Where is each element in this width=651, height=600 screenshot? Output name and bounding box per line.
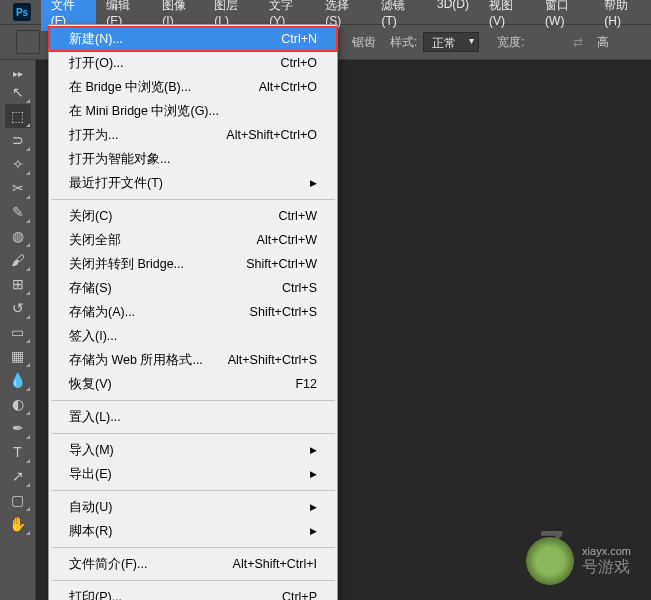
menu-item-label: 签入(I)...	[69, 327, 117, 345]
menu-item-shortcut: Alt+Shift+Ctrl+S	[228, 351, 317, 369]
menu-item[interactable]: 恢复(V)F12	[49, 372, 337, 396]
shape-tool[interactable]: ▢	[5, 488, 31, 512]
submenu-arrow-icon: ▶	[310, 465, 317, 483]
menu-item-label: 存储为 Web 所用格式...	[69, 351, 203, 369]
wand-tool[interactable]: ✧	[5, 152, 31, 176]
pen-tool[interactable]: ✒	[5, 416, 31, 440]
menu-item[interactable]: 存储为(A)...Shift+Ctrl+S	[49, 300, 337, 324]
watermark: xiayx.com 号游戏	[526, 537, 631, 585]
menu-item[interactable]: 置入(L)...	[49, 405, 337, 429]
menu-item[interactable]: 在 Bridge 中浏览(B)...Alt+Ctrl+O	[49, 75, 337, 99]
menu-separator	[51, 400, 335, 401]
submenu-arrow-icon: ▶	[310, 441, 317, 459]
blur-tool[interactable]: 💧	[5, 368, 31, 392]
menu-item-shortcut: Ctrl+W	[278, 207, 317, 225]
menu-item[interactable]: 打印(P)...Ctrl+P	[49, 585, 337, 600]
menu-item-shortcut: Shift+Ctrl+S	[250, 303, 317, 321]
menu-item[interactable]: 导入(M)▶	[49, 438, 337, 462]
menu-item-label: 在 Mini Bridge 中浏览(G)...	[69, 102, 219, 120]
menu-separator	[51, 580, 335, 581]
menu-item[interactable]: 打开为...Alt+Shift+Ctrl+O	[49, 123, 337, 147]
menu-item-label: 关闭(C)	[69, 207, 112, 225]
dodge-tool[interactable]: ◐	[5, 392, 31, 416]
antialias-text: 锯齿	[352, 34, 376, 51]
move-tool[interactable]: ↖	[5, 80, 31, 104]
menu-item[interactable]: 打开(O)...Ctrl+O	[49, 51, 337, 75]
menu-item[interactable]: 关闭(C)Ctrl+W	[49, 204, 337, 228]
menu-item[interactable]: 关闭全部Alt+Ctrl+W	[49, 228, 337, 252]
menu-item-label: 关闭全部	[69, 231, 121, 249]
eyedropper-tool[interactable]: ✎	[5, 200, 31, 224]
menu-separator	[51, 433, 335, 434]
menu-窗口[interactable]: 窗口(W)	[535, 0, 594, 31]
menu-item-shortcut: Alt+Shift+Ctrl+I	[233, 555, 317, 573]
eraser-tool[interactable]: ▭	[5, 320, 31, 344]
menu-item-label: 恢复(V)	[69, 375, 112, 393]
menu-item[interactable]: 自动(U)▶	[49, 495, 337, 519]
tools-panel: ▸▸ ↖⬚⊃✧✂✎◍🖌⊞↺▭▦💧◐✒T↗▢✋	[0, 60, 36, 600]
menu-item-label: 最近打开文件(T)	[69, 174, 163, 192]
style-select[interactable]: 正常	[423, 32, 479, 52]
menu-item-label: 打开为智能对象...	[69, 150, 170, 168]
menu-item[interactable]: 脚本(R)▶	[49, 519, 337, 543]
menu-separator	[51, 199, 335, 200]
menubar: Ps 文件(F)编辑(E)图像(I)图层(L)文字(Y)选择(S)滤镜(T)3D…	[0, 0, 651, 24]
menu-item[interactable]: 签入(I)...	[49, 324, 337, 348]
menu-item-label: 打开为...	[69, 126, 118, 144]
menu-item[interactable]: 最近打开文件(T)▶	[49, 171, 337, 195]
menu-item[interactable]: 导出(E)▶	[49, 462, 337, 486]
watermark-logo-icon	[526, 537, 574, 585]
menu-item-shortcut: Ctrl+N	[281, 30, 317, 48]
path-tool[interactable]: ↗	[5, 464, 31, 488]
menu-item-label: 导出(E)	[69, 465, 112, 483]
menu-item-label: 关闭并转到 Bridge...	[69, 255, 184, 273]
file-menu-dropdown: 新建(N)...Ctrl+N打开(O)...Ctrl+O在 Bridge 中浏览…	[48, 24, 338, 600]
submenu-arrow-icon: ▶	[310, 498, 317, 516]
tool-preset-icon[interactable]	[16, 30, 40, 54]
menu-item[interactable]: 存储为 Web 所用格式...Alt+Shift+Ctrl+S	[49, 348, 337, 372]
expand-tools-icon[interactable]: ▸▸	[5, 66, 31, 80]
menu-item[interactable]: 打开为智能对象...	[49, 147, 337, 171]
menu-item-label: 导入(M)	[69, 441, 114, 459]
menu-item-shortcut: F12	[295, 375, 317, 393]
menu-item-label: 置入(L)...	[69, 408, 121, 426]
menu-滤镜[interactable]: 滤镜(T)	[371, 0, 427, 31]
brush-tool[interactable]: 🖌	[5, 248, 31, 272]
crop-tool[interactable]: ✂	[5, 176, 31, 200]
menu-item-shortcut: Alt+Shift+Ctrl+O	[226, 126, 317, 144]
menu-item[interactable]: 存储(S)Ctrl+S	[49, 276, 337, 300]
menu-帮助[interactable]: 帮助(H)	[594, 0, 651, 31]
lasso-tool[interactable]: ⊃	[5, 128, 31, 152]
menu-视图[interactable]: 视图(V)	[479, 0, 535, 31]
menu-item[interactable]: 文件简介(F)...Alt+Shift+Ctrl+I	[49, 552, 337, 576]
stamp-tool[interactable]: ⊞	[5, 272, 31, 296]
menu-item-label: 文件简介(F)...	[69, 555, 147, 573]
menu-item-shortcut: Alt+Ctrl+O	[259, 78, 317, 96]
menu-item-label: 脚本(R)	[69, 522, 112, 540]
menu-3d[interactable]: 3D(D)	[427, 0, 479, 31]
watermark-text: 号游戏	[582, 557, 631, 578]
menu-item[interactable]: 新建(N)...Ctrl+N	[49, 27, 337, 51]
menu-item-label: 自动(U)	[69, 498, 112, 516]
menu-item-label: 存储为(A)...	[69, 303, 135, 321]
menu-item-shortcut: Ctrl+O	[281, 54, 317, 72]
history-tool[interactable]: ↺	[5, 296, 31, 320]
hand-tool[interactable]: ✋	[5, 512, 31, 536]
marquee-tool[interactable]: ⬚	[5, 104, 31, 128]
menu-item-label: 新建(N)...	[69, 30, 123, 48]
height-label: 高	[597, 34, 609, 51]
svg-text:Ps: Ps	[16, 7, 29, 18]
app-logo-icon: Ps	[12, 2, 33, 22]
menu-separator	[51, 490, 335, 491]
type-tool[interactable]: T	[5, 440, 31, 464]
heal-tool[interactable]: ◍	[5, 224, 31, 248]
menu-item-label: 打印(P)...	[69, 588, 122, 600]
gradient-tool[interactable]: ▦	[5, 344, 31, 368]
menu-item[interactable]: 在 Mini Bridge 中浏览(G)...	[49, 99, 337, 123]
menu-item[interactable]: 关闭并转到 Bridge...Shift+Ctrl+W	[49, 252, 337, 276]
menu-separator	[51, 547, 335, 548]
menu-item-shortcut: Shift+Ctrl+W	[246, 255, 317, 273]
menu-item-shortcut: Alt+Ctrl+W	[257, 231, 317, 249]
menu-item-label: 打开(O)...	[69, 54, 123, 72]
submenu-arrow-icon: ▶	[310, 174, 317, 192]
